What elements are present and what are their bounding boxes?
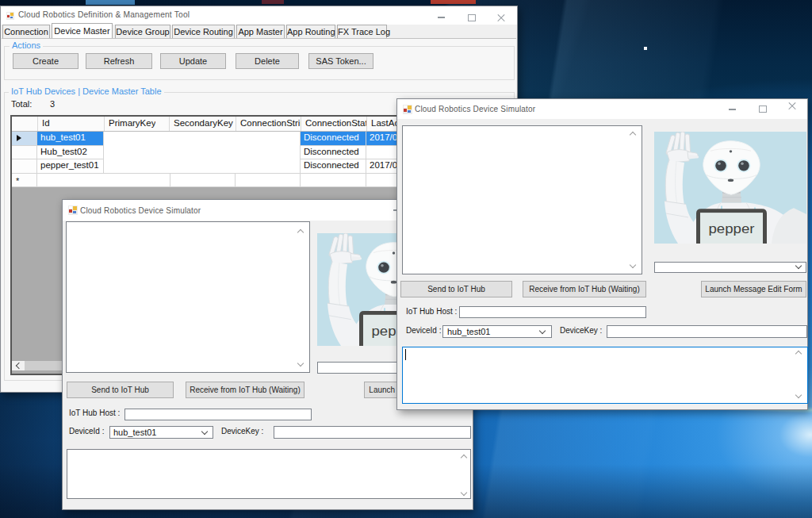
svg-text:pepper: pepper bbox=[709, 222, 755, 237]
